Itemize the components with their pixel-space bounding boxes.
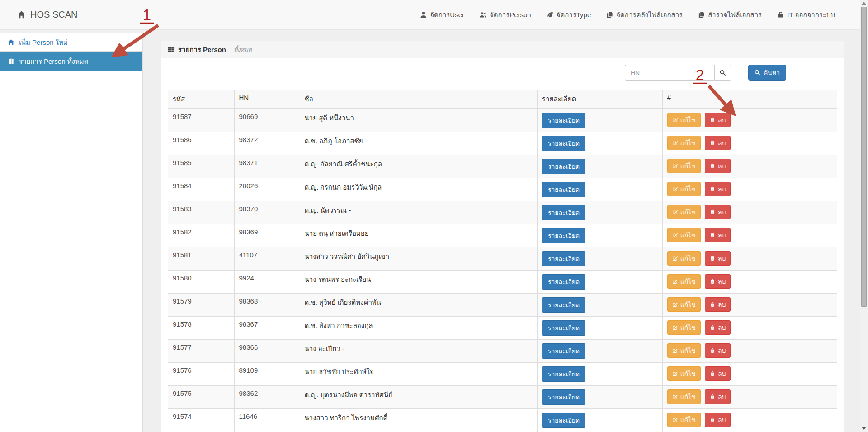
cell-hn: 98368 [234,294,300,317]
delete-button[interactable]: ลบ [705,136,731,150]
detail-button[interactable]: รายละเอียด [542,251,585,266]
cell-code: 91579 [168,294,235,317]
cell-actions: แก้ไข ลบ [662,340,837,363]
edit-icon [672,186,678,192]
cell-hn: 98362 [234,386,300,409]
nav-logout[interactable]: IT ออกจากระบบ [777,9,835,20]
cell-code: 91577 [168,340,235,363]
table-row: 91583 98370 ด.ญ. นัดวรรณ - รายละเอียด แก… [168,201,837,224]
edit-button[interactable]: แก้ไข [667,274,701,289]
delete-button[interactable]: ลบ [705,228,731,242]
home-icon [8,39,14,46]
search-input[interactable] [625,65,714,81]
detail-button[interactable]: รายละเอียด [542,297,585,313]
edit-icon [672,233,678,238]
detail-button[interactable]: รายละเอียด [542,320,585,336]
edit-button[interactable]: แก้ไข [667,320,701,335]
cell-code: 91580 [168,271,235,294]
user-icon [420,11,427,18]
nav-label: สำรวจไฟล์เอกสาร [708,9,762,20]
panel-heading: รายการ Person - ทั้งหมด [161,41,844,58]
cell-hn: 98371 [234,155,300,178]
edit-button[interactable]: แก้ไข [667,297,701,312]
table-row: 91577 98366 นาง อะเปียว - รายละเอียด แก้… [168,340,837,363]
search-button-label: ค้นหา [764,68,780,78]
edit-button[interactable]: แก้ไข [667,389,701,404]
nav-manage-file-store[interactable]: จัดการคลังไฟล์เอกสาร [606,9,683,20]
detail-button[interactable]: รายละเอียด [542,413,585,428]
delete-button[interactable]: ลบ [705,297,731,312]
edit-icon [672,140,678,146]
detail-button[interactable]: รายละเอียด [542,389,585,405]
delete-button[interactable]: ลบ [705,320,731,335]
trash-icon [710,233,715,238]
delete-button-label: ลบ [718,115,726,125]
trash-icon [710,117,715,123]
nav-label: จัดการคลังไฟล์เอกสาร [616,9,683,20]
nav-manage-type[interactable]: จัดการType [547,9,591,20]
edit-button[interactable]: แก้ไข [667,413,701,427]
delete-button[interactable]: ลบ [705,366,731,381]
delete-button-label: ลบ [718,161,726,171]
delete-button[interactable]: ลบ [705,413,731,427]
detail-button[interactable]: รายละเอียด [542,274,585,290]
scrollbar-down-arrow[interactable] [862,427,866,430]
top-navbar: HOS SCAN จัดการUser จัดการPerson จัดการT… [0,0,860,30]
cell-detail: รายละเอียด [537,132,662,155]
cell-hn: 98369 [234,224,300,247]
nav-manage-user[interactable]: จัดการUser [420,9,464,20]
delete-button-label: ลบ [718,346,726,356]
delete-button-label: ลบ [718,323,726,332]
cell-name: นางสาว วรรณิศา อัศวินภูเขา [300,247,537,271]
cell-detail: รายละเอียด [537,340,662,363]
detail-button[interactable]: รายละเอียด [542,343,585,359]
detail-button[interactable]: รายละเอียด [542,366,585,382]
edit-button[interactable]: แก้ไข [667,136,701,150]
sidebar-item-add-person[interactable]: เพิ่ม Person ใหม่ [0,33,142,52]
detail-button[interactable]: รายละเอียด [542,113,585,128]
delete-button[interactable]: ลบ [705,182,731,196]
delete-button[interactable]: ลบ [705,343,731,358]
detail-button[interactable]: รายละเอียด [542,228,585,243]
files-icon [606,11,613,18]
edit-button[interactable]: แก้ไข [667,228,701,242]
edit-button[interactable]: แก้ไข [667,343,701,358]
edit-icon [672,348,678,353]
search-button[interactable]: ค้นหา [748,65,786,81]
sidebar-item-person-list[interactable]: รายการ Person ทั้งหมด [0,52,142,71]
nav-survey-files[interactable]: สำรวจไฟล์เอกสาร [698,9,762,20]
delete-button[interactable]: ลบ [705,251,731,266]
cell-name: ด.ช. สุวิทย์ เกียรติพงค่าพัน [300,294,537,317]
cell-code: 91574 [168,409,235,432]
detail-button[interactable]: รายละเอียด [542,182,585,197]
scrollbar-up-arrow[interactable] [862,2,866,5]
delete-button[interactable]: ลบ [705,389,731,404]
cell-actions: แก้ไข ลบ [662,201,837,224]
delete-button[interactable]: ลบ [705,205,731,219]
edit-button-label: แก้ไข [680,184,696,194]
edit-button[interactable]: แก้ไข [667,182,701,196]
detail-button[interactable]: รายละเอียด [542,159,585,174]
cell-hn: 20026 [234,178,300,201]
delete-button[interactable]: ลบ [705,159,731,173]
cell-name: ด.ญ. กัลยาณี ศรีค้ำชนะกุล [300,155,537,178]
edit-button[interactable]: แก้ไข [667,205,701,219]
search-addon-button[interactable] [714,65,731,81]
nav-manage-person[interactable]: จัดการPerson [480,9,531,20]
edit-button[interactable]: แก้ไข [667,159,701,173]
edit-button-label: แก้ไข [680,299,696,309]
cell-code: 91582 [168,224,235,247]
app-brand[interactable]: HOS SCAN [17,9,77,20]
edit-button[interactable]: แก้ไข [667,366,701,381]
delete-button[interactable]: ลบ [705,113,731,127]
delete-button[interactable]: ลบ [705,274,731,289]
cell-detail: รายละเอียด [537,386,662,409]
edit-button[interactable]: แก้ไข [667,113,701,127]
detail-button[interactable]: รายละเอียด [542,136,585,151]
detail-button[interactable]: รายละเอียด [542,205,585,220]
delete-button-label: ลบ [718,184,726,194]
trash-icon [710,163,715,169]
edit-button[interactable]: แก้ไข [667,251,701,266]
scrollbar-thumb[interactable] [861,7,867,307]
person-table: รหัส HN ชื่อ รายละเอียด # 91587 90669 นา… [168,90,837,432]
